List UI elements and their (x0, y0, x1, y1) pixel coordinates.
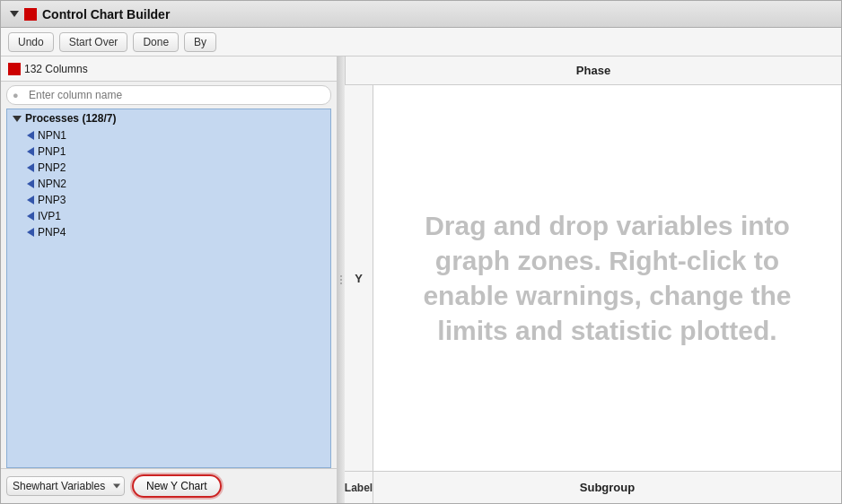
item-label: PNP2 (38, 161, 66, 174)
list-item: PNP2 (7, 160, 330, 176)
item-label: NPN1 (38, 129, 66, 142)
list-item: PNP4 (7, 224, 330, 240)
by-button[interactable]: By (184, 32, 216, 52)
variable-icon (27, 163, 34, 172)
label-cell: Label (345, 472, 373, 503)
chart-type-wrapper: Shewhart Variables CUSUM EWMA IR Chart (6, 476, 125, 496)
item-label: PNP3 (38, 194, 66, 206)
bottom-row: Label Subgroup (345, 471, 841, 503)
left-panel: 132 Columns ● Processes (128/7) NPN1 (1, 56, 338, 503)
list-item: NPN1 (7, 127, 330, 143)
bottom-controls: Shewhart Variables CUSUM EWMA IR Chart N… (1, 468, 337, 503)
columns-count: 132 Columns (24, 63, 88, 75)
list-item: PNP3 (7, 192, 330, 208)
search-input[interactable] (6, 85, 331, 105)
window-collapse-icon[interactable] (10, 11, 19, 17)
drop-zone[interactable]: Drag and drop variables into graph zones… (373, 85, 841, 471)
phase-header: Phase (345, 56, 841, 85)
undo-button[interactable]: Undo (8, 32, 54, 52)
chart-area: Y Drag and drop variables into graph zon… (345, 85, 841, 471)
drop-zone-text: Drag and drop variables into graph zones… (391, 208, 823, 348)
new-y-chart-button[interactable]: New Y Chart (132, 474, 222, 498)
resize-dot (340, 275, 342, 277)
variable-icon (27, 196, 34, 204)
variable-icon (27, 212, 34, 221)
window-title: Control Chart Builder (42, 7, 170, 22)
item-label: IVP1 (38, 210, 61, 222)
list-item: IVP1 (7, 208, 330, 224)
resize-dots (340, 275, 342, 284)
item-label: NPN2 (38, 178, 66, 190)
variable-icon (27, 179, 34, 188)
chart-type-select[interactable]: Shewhart Variables CUSUM EWMA IR Chart (6, 476, 125, 496)
variable-icon (27, 147, 34, 156)
item-label: PNP4 (38, 226, 66, 239)
control-chart-builder-window: Control Chart Builder Undo Start Over Do… (0, 0, 842, 504)
resize-handle[interactable] (338, 56, 345, 503)
expand-icon (13, 116, 22, 122)
phase-label: Phase (576, 64, 610, 77)
start-over-button[interactable]: Start Over (59, 32, 128, 52)
y-axis-label: Y (345, 85, 373, 471)
columns-header: 132 Columns (1, 56, 337, 82)
search-box: ● (6, 85, 331, 105)
group-label: Processes (128/7) (25, 112, 116, 125)
resize-dot (340, 282, 342, 284)
list-item: PNP1 (7, 143, 330, 160)
item-label: PNP1 (38, 145, 66, 158)
variable-icon (27, 228, 34, 237)
right-panel: Phase Y Drag and drop variables into gra… (345, 56, 841, 503)
columns-icon (8, 63, 21, 75)
subgroup-cell: Subgroup (373, 472, 841, 503)
resize-dot (340, 279, 342, 281)
list-item: NPN2 (7, 176, 330, 192)
toolbar: Undo Start Over Done By (1, 28, 841, 56)
title-bar: Control Chart Builder (1, 1, 841, 28)
column-list: Processes (128/7) NPN1 PNP1 PNP2 NPN2 (6, 109, 331, 468)
variable-icon (27, 131, 34, 140)
processes-group-header[interactable]: Processes (128/7) (7, 109, 330, 127)
done-button[interactable]: Done (133, 32, 179, 52)
app-icon (24, 8, 37, 21)
search-icon: ● (13, 90, 19, 100)
main-content: 132 Columns ● Processes (128/7) NPN1 (1, 56, 841, 503)
